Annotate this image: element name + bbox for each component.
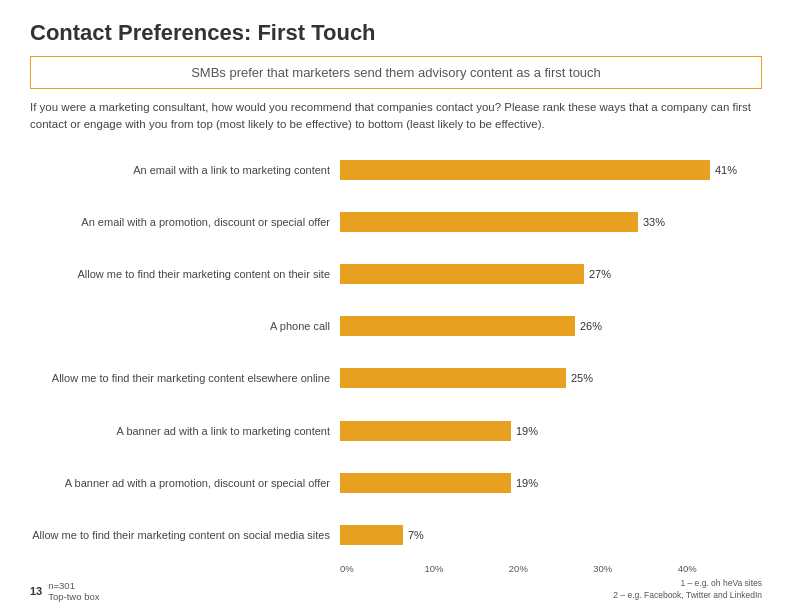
bar-row: Allow me to find their marketing content…	[30, 524, 762, 546]
bar-value: 19%	[516, 425, 538, 437]
bar-label: Allow me to find their marketing content…	[30, 372, 340, 384]
bar-row: A banner ad with a promotion, discount o…	[30, 472, 762, 494]
footnote-area: 13 n=301 Top-two box 1 – e.g. oh heVa si…	[30, 578, 762, 602]
bar-value: 26%	[580, 320, 602, 332]
bar-value: 27%	[589, 268, 611, 280]
bar-row: An email with a link to marketing conten…	[30, 159, 762, 181]
x-tick: 40%	[678, 563, 762, 574]
bar-row: A banner ad with a link to marketing con…	[30, 420, 762, 442]
bar-row: Allow me to find their marketing content…	[30, 367, 762, 389]
bar-label: An email with a promotion, discount or s…	[30, 216, 340, 228]
bar-container: 25%	[340, 367, 762, 389]
bar-label: A banner ad with a promotion, discount o…	[30, 477, 340, 489]
bar	[340, 421, 511, 441]
bar-value: 25%	[571, 372, 593, 384]
bar	[340, 160, 710, 180]
bar-value: 33%	[643, 216, 665, 228]
bar-container: 7%	[340, 524, 762, 546]
bar-container: 19%	[340, 420, 762, 442]
page-number: 13	[30, 585, 42, 597]
page-title: Contact Preferences: First Touch	[30, 20, 762, 46]
x-tick: 10%	[424, 563, 508, 574]
bar	[340, 473, 511, 493]
bar-label: A phone call	[30, 320, 340, 332]
x-tick: 30%	[593, 563, 677, 574]
x-tick: 0%	[340, 563, 424, 574]
bar-value: 7%	[408, 529, 424, 541]
box-label: Top-two box	[48, 591, 99, 602]
description: If you were a marketing consultant, how …	[30, 99, 762, 134]
bar-row: Allow me to find their marketing content…	[30, 263, 762, 285]
bar-container: 26%	[340, 315, 762, 337]
x-axis: 0%10%20%30%40%	[340, 563, 762, 574]
chart-area: An email with a link to marketing conten…	[30, 144, 762, 562]
bar-container: 41%	[340, 159, 762, 181]
subtitle-box: SMBs prefer that marketers send them adv…	[30, 56, 762, 89]
page: Contact Preferences: First Touch SMBs pr…	[0, 0, 792, 612]
bar	[340, 368, 566, 388]
bar-value: 19%	[516, 477, 538, 489]
bar-label: An email with a link to marketing conten…	[30, 164, 340, 176]
bar-label: Allow me to find their marketing content…	[30, 529, 340, 541]
bar	[340, 525, 403, 545]
bar	[340, 212, 638, 232]
bar-row: A phone call26%	[30, 315, 762, 337]
bar	[340, 264, 584, 284]
bar-label: Allow me to find their marketing content…	[30, 268, 340, 280]
bar-value: 41%	[715, 164, 737, 176]
bar-container: 27%	[340, 263, 762, 285]
bar-container: 33%	[340, 211, 762, 233]
footnote-left: n=301 Top-two box	[48, 580, 99, 602]
footnote-right: 1 – e.g. oh heVa sites2 – e.g. Facebook,…	[613, 578, 762, 602]
bar-row: An email with a promotion, discount or s…	[30, 211, 762, 233]
n-label: n=301	[48, 580, 99, 591]
bar-container: 19%	[340, 472, 762, 494]
bar	[340, 316, 575, 336]
bar-label: A banner ad with a link to marketing con…	[30, 425, 340, 437]
x-tick: 20%	[509, 563, 593, 574]
